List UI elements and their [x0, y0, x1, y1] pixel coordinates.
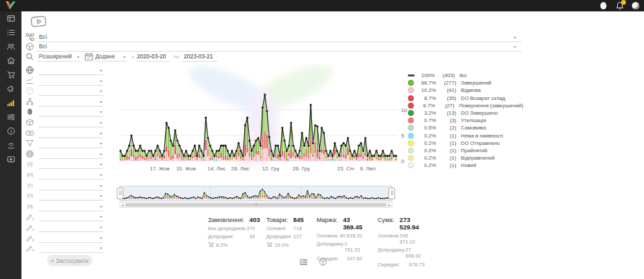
apply-button-label: Застосувати	[56, 258, 89, 264]
legend-count: (277)	[436, 80, 456, 86]
legend-item[interactable]: 0.2%(1)Відправлений	[408, 154, 523, 162]
filter-select[interactable]: ▾	[39, 192, 103, 201]
notifications-bell-icon[interactable]	[615, 1, 624, 10]
date-field-select[interactable]: Додане ▾	[94, 52, 126, 62]
legend-count: (403)	[435, 72, 455, 78]
legend-item[interactable]: 68.7%(277)Завершений	[408, 79, 523, 87]
filter-select[interactable]: ▾	[39, 119, 103, 127]
legend-label: Новий	[461, 162, 476, 168]
customers-icon	[7, 42, 15, 51]
y-tick-label: 10	[401, 107, 407, 113]
apply-button[interactable]: Застосувати	[47, 255, 93, 266]
rail-item-dashboard[interactable]	[0, 11, 21, 25]
filter-select[interactable]: ▾	[39, 140, 103, 148]
filter-select[interactable]: ▾	[39, 66, 103, 75]
rail-item-marketing[interactable]	[0, 82, 21, 96]
chart-navigator[interactable]	[119, 186, 392, 201]
legend-item[interactable]: 0.5%(2)Самовивіз	[408, 124, 523, 131]
filter-select[interactable]: ▾	[39, 129, 103, 138]
filter-select[interactable]: ▾	[39, 234, 103, 243]
product-filter[interactable]: Всі ▾	[37, 42, 521, 52]
navigator-right-handle[interactable]	[388, 188, 395, 199]
legend-item[interactable]: 10.2%(41)Відмова	[408, 87, 523, 94]
filter-select[interactable]: ▾	[39, 223, 103, 232]
list-view-icon[interactable]	[299, 258, 308, 266]
filter-select[interactable]: ▾	[39, 244, 103, 253]
rail-item-orders[interactable]	[0, 25, 21, 40]
legend-item[interactable]: 6.7%(27)Повернення (завершений)	[408, 102, 523, 109]
upsell-percent: 15.0%	[274, 242, 289, 248]
stat-sub-value: 370	[246, 225, 255, 231]
filter-select[interactable]: ▾	[39, 77, 103, 86]
rail-item-store[interactable]	[0, 54, 21, 68]
date-to-label: по	[174, 54, 179, 60]
avatar-icon[interactable]	[599, 1, 608, 10]
stat-column: Сума:273 529.94Основна:245 871.02Допрода…	[378, 216, 425, 268]
rail-item-customers[interactable]	[0, 40, 21, 54]
legend-label: Повернення (завершений)	[459, 103, 523, 109]
filter-row-var-o: {O} ▾	[23, 191, 109, 201]
chevron-down-icon: ▾	[100, 204, 102, 209]
filter-row-profile: ▾	[23, 107, 109, 117]
filter-select[interactable]: ▾	[39, 203, 103, 211]
legend-label: Утилізація	[461, 117, 486, 123]
legend-item[interactable]: 8.7%(35)DO Возврат склад	[408, 95, 523, 102]
filter-select[interactable]: ▾	[39, 98, 103, 107]
help-video-button[interactable]	[30, 15, 48, 28]
filter-select[interactable]: ▾	[39, 160, 103, 169]
chevron-down-icon: ▾	[100, 89, 102, 93]
product-view-icon[interactable]	[319, 258, 327, 266]
scroll-right-arrow[interactable]: ▸	[388, 203, 390, 208]
filter-select[interactable]: ▾	[39, 87, 103, 96]
rail-item-settings[interactable]	[0, 110, 21, 124]
filter-row-pencil4: 4 ▾	[23, 243, 109, 254]
tutorials-icon	[7, 155, 15, 164]
legend-item[interactable]: 0.2%(1)Прийнятий	[408, 147, 523, 154]
stat-sub-label: Основна:	[378, 233, 400, 245]
filter-row-payment: ▾	[23, 129, 109, 139]
legend-percent: 0.2%	[414, 140, 436, 146]
chevron-down-icon: ▾	[100, 183, 102, 188]
filter-select[interactable]: ▾	[39, 182, 103, 190]
chevron-down-icon: ▾	[100, 99, 102, 104]
brand-logo-icon[interactable]	[5, 1, 17, 11]
filter-select[interactable]: ▾	[39, 171, 103, 180]
legend-item[interactable]: 0.2%(1)Новий	[408, 162, 523, 169]
rail-item-tutorials[interactable]	[0, 152, 21, 166]
category-filter[interactable]: Всі ▾	[37, 33, 521, 42]
search-mode-select[interactable]: Розширений ▾	[37, 52, 80, 62]
navigator-left-handle[interactable]	[117, 188, 123, 199]
date-to-input[interactable]: 2023-03-21	[182, 52, 217, 62]
svg-text:17: 17	[87, 56, 91, 60]
search-icon[interactable]	[25, 52, 34, 61]
scrollbar-thumb[interactable]: ⠿	[125, 203, 386, 207]
legend-dot-swatch	[408, 125, 414, 131]
legend-item[interactable]: 0.2%(1)DO Отправлено	[408, 140, 523, 147]
filter-select[interactable]: ▾	[39, 108, 103, 117]
filter-row-pencil1: 1 ▾	[23, 212, 109, 222]
chart-scrollbar[interactable]: ◂ ▸ ⠿	[119, 202, 392, 208]
filter-row-dynamics: ▾	[23, 76, 109, 87]
orders-status-chart[interactable]	[119, 67, 397, 164]
rail-item-partners[interactable]	[0, 138, 21, 152]
account-icon[interactable]	[631, 1, 640, 10]
product-box-icon	[25, 42, 34, 51]
filter-select[interactable]: ▾	[39, 150, 103, 159]
legend-dot-swatch	[408, 95, 414, 101]
legend-dot-swatch	[408, 140, 414, 146]
legend-item[interactable]: 100%(403)Всі	[408, 72, 523, 79]
scroll-left-arrow[interactable]: ◂	[121, 203, 123, 208]
date-from-input[interactable]: 2020-03-20	[136, 52, 170, 62]
rail-item-info[interactable]	[0, 124, 21, 138]
rail-item-analytics-active[interactable]	[0, 96, 21, 110]
legend-item[interactable]: 0.7%(3)Утилізація	[408, 117, 523, 124]
rail-item-purchases[interactable]	[0, 68, 21, 82]
filter-select[interactable]: ▾	[39, 213, 103, 221]
legend-item[interactable]: 0.2%(1)Нема в наявності	[408, 132, 523, 140]
legend-item[interactable]: 3.2%(13)DO Завершено	[408, 109, 523, 117]
legend-percent: 6.7%	[414, 103, 435, 109]
chevron-down-icon: ▾	[100, 68, 102, 72]
svg-text:3: 3	[32, 238, 34, 242]
legend-label: Нема в наявності	[461, 133, 503, 139]
x-tick-label: 17. Жов	[150, 166, 169, 172]
